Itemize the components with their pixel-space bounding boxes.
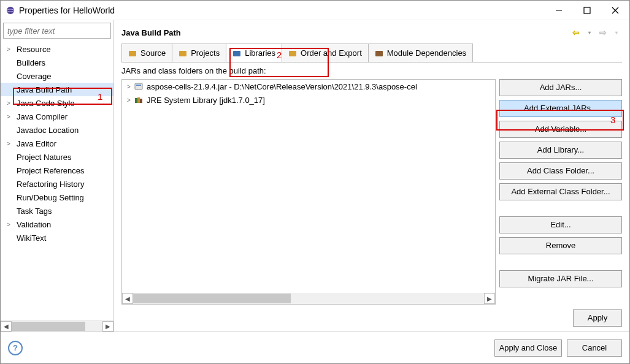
tab-icon	[232, 49, 241, 58]
sidebar-item-run-debug-setting[interactable]: Run/Debug Setting	[1, 191, 113, 204]
sidebar-item-label: WikiText	[14, 233, 46, 243]
sidebar-item-java-compiler[interactable]: >Java Compiler	[1, 110, 113, 123]
maximize-icon	[583, 7, 591, 14]
edit-button[interactable]: Edit...	[499, 216, 622, 233]
sidebar-item-label: Task Tags	[14, 207, 52, 216]
page-title: Java Build Path	[121, 28, 570, 37]
eclipse-icon	[6, 6, 15, 15]
scroll-left-icon[interactable]: ◀	[1, 321, 12, 332]
list-scroll-track[interactable]	[133, 293, 484, 304]
scroll-right-icon[interactable]: ▶	[102, 321, 113, 332]
minimize-button[interactable]	[545, 1, 573, 20]
tab-icon	[128, 49, 137, 58]
back-menu-icon[interactable]: ▾	[584, 30, 595, 36]
sidebar-item-label: Resource	[14, 45, 51, 54]
tab-icon	[179, 49, 187, 58]
svg-rect-3	[584, 7, 590, 13]
add-class-folder-button[interactable]: Add Class Folder...	[499, 162, 622, 180]
dialog-footer: ? Apply and Close Cancel	[1, 332, 629, 363]
expand-icon: >	[127, 83, 134, 90]
add-jars-button[interactable]: Add JARs...	[499, 79, 622, 96]
expand-icon: >	[7, 140, 14, 147]
sidebar-item-label: Builders	[14, 58, 45, 67]
add-external-jars-button[interactable]: Add External JARs...	[499, 100, 622, 117]
svg-rect-15	[140, 99, 142, 103]
tab-label: Order and Export	[301, 48, 362, 58]
sidebar-item-project-natures[interactable]: Project Natures	[1, 150, 113, 164]
classpath-entry[interactable]: >aspose-cells-21.9.4.jar - D:\NetCore\Re…	[122, 80, 495, 93]
svg-rect-7	[179, 51, 186, 56]
forward-icon[interactable]: ⇨	[597, 28, 609, 37]
sidebar-item-label: Run/Debug Setting	[14, 193, 84, 202]
tab-projects[interactable]: Projects	[172, 44, 226, 62]
svg-point-0	[7, 7, 14, 14]
add-library-button[interactable]: Add Library...	[499, 142, 622, 159]
svg-rect-9	[289, 51, 296, 56]
sidebar-item-label: Validation	[14, 220, 51, 229]
add-variable-button[interactable]: Add Variable...	[499, 121, 622, 138]
sidebar-item-label: Project References	[14, 166, 85, 175]
sidebar-item-refactoring-history[interactable]: Refactoring History	[1, 177, 113, 191]
sidebar-hscroll[interactable]: ◀ ▶	[1, 320, 113, 332]
jar-icon	[134, 82, 144, 91]
sidebar-item-validation[interactable]: >Validation	[1, 218, 113, 231]
tab-label: Source	[140, 48, 166, 58]
close-button[interactable]	[601, 1, 629, 20]
help-button[interactable]: ?	[8, 341, 23, 355]
remove-button[interactable]: Remove	[499, 237, 622, 254]
maximize-button[interactable]	[573, 1, 601, 20]
nav-arrows: ⇦ ▾ ⇨ ▾	[570, 28, 622, 37]
svg-rect-6	[129, 51, 136, 56]
entry-label: aspose-cells-21.9.4.jar - D:\NetCore\Rel…	[147, 82, 417, 91]
sidebar-item-resource[interactable]: >Resource	[1, 42, 113, 56]
tab-bar: SourceProjectsLibrariesOrder and ExportM…	[121, 44, 622, 63]
list-scroll-left-icon[interactable]: ◀	[122, 293, 133, 304]
sidebar-item-coverage[interactable]: Coverage	[1, 69, 113, 83]
tab-icon	[375, 49, 383, 58]
entry-label: JRE System Library [jdk1.7.0_17]	[147, 96, 265, 105]
add-external-class-folder-button[interactable]: Add External Class Folder...	[499, 183, 622, 200]
list-caption: JARs and class folders on the build path…	[121, 66, 622, 75]
sidebar-item-project-references[interactable]: Project References	[1, 164, 113, 177]
sidebar-item-builders[interactable]: Builders	[1, 56, 113, 69]
tab-label: Module Dependencies	[387, 48, 466, 58]
tab-source[interactable]: Source	[121, 44, 172, 62]
sidebar-item-java-editor[interactable]: >Java Editor	[1, 137, 113, 150]
scroll-track[interactable]	[12, 321, 102, 332]
window-title: Properties for HelloWorld	[19, 6, 545, 15]
tab-libraries[interactable]: Libraries	[226, 44, 282, 62]
list-scroll-right-icon[interactable]: ▶	[484, 293, 495, 304]
scroll-thumb[interactable]	[12, 322, 85, 331]
back-icon[interactable]: ⇦	[570, 28, 582, 37]
apply-and-close-button[interactable]: Apply and Close	[494, 339, 562, 357]
sidebar-item-label: Coverage	[14, 72, 51, 81]
sidebar-item-java-build-path[interactable]: Java Build Path	[1, 83, 113, 96]
svg-rect-10	[375, 51, 383, 56]
filter-input[interactable]	[3, 23, 111, 39]
sidebar-item-wikitext[interactable]: WikiText	[1, 231, 113, 245]
svg-rect-13	[135, 98, 137, 103]
list-scroll-thumb[interactable]	[133, 294, 291, 303]
list-hscroll[interactable]: ◀ ▶	[122, 293, 495, 304]
tab-icon	[288, 49, 297, 58]
expand-icon: >	[7, 221, 14, 228]
sidebar-item-label: Refactoring History	[14, 180, 85, 189]
migrate-jar-button[interactable]: Migrate JAR File...	[499, 270, 622, 287]
category-tree[interactable]: >ResourceBuildersCoverageJava Build Path…	[1, 41, 113, 320]
svg-rect-11	[135, 83, 142, 89]
titlebar: Properties for HelloWorld	[1, 1, 629, 20]
classpath-list[interactable]: >aspose-cells-21.9.4.jar - D:\NetCore\Re…	[121, 79, 496, 305]
sidebar-item-java-code-style[interactable]: >Java Code Style	[1, 96, 113, 110]
cancel-button[interactable]: Cancel	[567, 339, 622, 357]
classpath-entry[interactable]: >JRE System Library [jdk1.7.0_17]	[122, 93, 495, 107]
apply-button[interactable]: Apply	[573, 309, 622, 327]
tab-order-and-export[interactable]: Order and Export	[282, 44, 369, 62]
sidebar-item-task-tags[interactable]: Task Tags	[1, 204, 113, 218]
sidebar-item-label: Java Compiler	[14, 112, 67, 121]
sidebar-item-javadoc-location[interactable]: Javadoc Location	[1, 123, 113, 137]
svg-rect-14	[137, 97, 140, 103]
tab-module-dependencies[interactable]: Module Dependencies	[368, 44, 473, 62]
forward-menu-icon[interactable]: ▾	[611, 30, 622, 36]
tab-label: Projects	[191, 48, 220, 58]
minimize-icon	[555, 7, 563, 14]
